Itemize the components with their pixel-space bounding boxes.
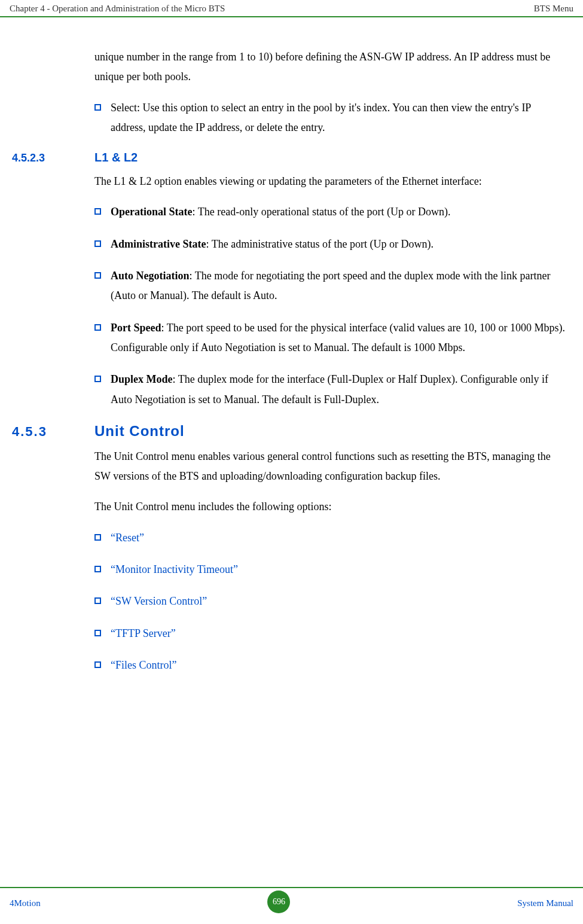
list-item: Operational State: The read-only operati… [94,202,565,222]
section-453-link-list: “Reset” “Monitor Inactivity Timeout” “SW… [94,528,565,675]
list-text: Select: Use this option to select an ent… [111,98,565,138]
heading-title: Unit Control [94,423,185,440]
footer-left: 4Motion [10,898,41,908]
list-item: “Monitor Inactivity Timeout” [94,560,565,580]
bullet-icon [94,104,101,111]
link-files-control[interactable]: “Files Control” [111,655,565,675]
list-item: Port Speed: The port speed to be used fo… [94,318,565,358]
bullet-icon [94,630,101,636]
list-item: Select: Use this option to select an ent… [94,98,565,138]
bullet-icon [94,240,101,247]
bullet-icon [94,376,101,382]
list-item: Duplex Mode: The duplex mode for the int… [94,370,565,410]
section-4523-para: The L1 & L2 option enables viewing or up… [94,172,565,191]
section-453-para2: The Unit Control menu includes the follo… [94,497,565,517]
list-text: Port Speed: The port speed to be used fo… [111,318,565,358]
list-item: “SW Version Control” [94,591,565,611]
list-item: “Reset” [94,528,565,548]
list-item: Administrative State: The administrative… [94,234,565,254]
header-right: BTS Menu [534,4,573,14]
link-reset[interactable]: “Reset” [111,528,565,548]
page-footer: 4Motion 696 System Manual [0,887,583,914]
bullet-icon [94,566,101,572]
bullet-icon [94,324,101,331]
heading-number: 4.5.2.3 [12,152,94,164]
link-sw-version-control[interactable]: “SW Version Control” [111,591,565,611]
intro-list: Select: Use this option to select an ent… [94,98,565,138]
link-monitor-inactivity-timeout[interactable]: “Monitor Inactivity Timeout” [111,560,565,580]
list-text: Auto Negotiation: The mode for negotiati… [111,266,565,306]
page-content: unique number in the range from 1 to 10)… [0,17,583,675]
footer-right: System Manual [517,898,573,908]
link-tftp-server[interactable]: “TFTP Server” [111,624,565,644]
bullet-icon [94,661,101,668]
section-heading-453: 4.5.3 Unit Control [12,423,571,440]
header-left: Chapter 4 - Operation and Administration… [10,4,225,14]
list-text: Operational State: The read-only operati… [111,202,565,222]
continuation-paragraph: unique number in the range from 1 to 10)… [94,47,565,87]
section-4523-list: Operational State: The read-only operati… [94,202,565,409]
list-item: Auto Negotiation: The mode for negotiati… [94,266,565,306]
page-number-badge: 696 [267,891,290,913]
page-header: Chapter 4 - Operation and Administration… [0,0,583,17]
bullet-icon [94,597,101,604]
heading-number: 4.5.3 [12,424,94,440]
section-453-para1: The Unit Control menu enables various ge… [94,447,565,487]
bullet-icon [94,534,101,541]
bullet-icon [94,272,101,279]
list-item: “Files Control” [94,655,565,675]
list-item: “TFTP Server” [94,624,565,644]
bullet-icon [94,208,101,215]
list-text: Duplex Mode: The duplex mode for the int… [111,370,565,410]
heading-title: L1 & L2 [94,151,138,164]
section-heading-4523: 4.5.2.3 L1 & L2 [12,151,571,164]
list-text: Administrative State: The administrative… [111,234,565,254]
